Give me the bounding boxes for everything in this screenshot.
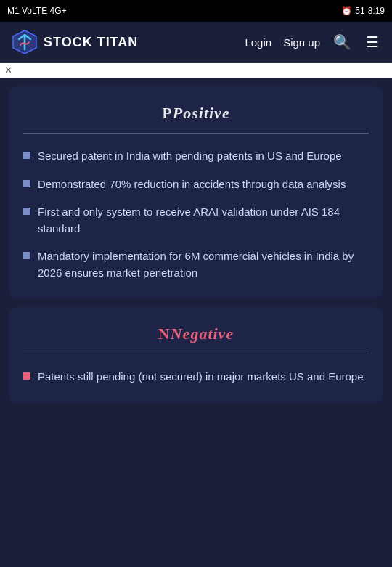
list-item: First and only system to receive ARAI va…	[23, 204, 369, 237]
nav-links: Login Sign up 🔍 ☰	[245, 32, 380, 52]
positive-list: Secured patent in India with pending pat…	[23, 148, 369, 281]
logo-icon	[12, 29, 38, 55]
bullet-text: Mandatory implementation for 6M commerci…	[38, 248, 369, 281]
bullet-icon	[23, 372, 30, 380]
signup-link[interactable]: Sign up	[283, 36, 320, 49]
status-right: ⏰ 51 8:19	[341, 6, 385, 16]
negative-list: Patents still pending (not secured) in m…	[23, 369, 369, 386]
list-item: Mandatory implementation for 6M commerci…	[23, 248, 369, 281]
negative-title: NNegative	[23, 325, 369, 343]
status-bar: M1 VoLTE 4G+ ⏰ 51 8:19	[0, 0, 392, 22]
search-icon[interactable]: 🔍	[332, 32, 353, 52]
content: PPositive Secured patent in India with p…	[0, 78, 392, 412]
bullet-text: Patents still pending (not secured) in m…	[38, 369, 369, 386]
time-display: 8:19	[368, 6, 385, 16]
login-link[interactable]: Login	[245, 36, 271, 49]
bullet-text: Demonstrated 70% reduction in accidents …	[38, 176, 369, 193]
list-item: Demonstrated 70% reduction in accidents …	[23, 176, 369, 193]
positive-card: PPositive Secured patent in India with p…	[9, 86, 383, 298]
list-item: Patents still pending (not secured) in m…	[23, 369, 369, 386]
bullet-icon	[23, 180, 30, 187]
alarm-icon: ⏰	[341, 6, 352, 16]
menu-icon[interactable]: ☰	[364, 32, 380, 52]
battery-indicator: 51	[355, 6, 364, 16]
positive-divider	[23, 133, 369, 134]
logo-area: STOCK TITAN	[12, 29, 236, 55]
carrier-info: M1 VoLTE 4G+	[7, 6, 67, 16]
close-icon[interactable]: ✕	[4, 65, 12, 76]
positive-title: PPositive	[23, 104, 369, 123]
bullet-icon	[23, 208, 30, 215]
status-left: M1 VoLTE 4G+	[7, 6, 67, 16]
logo-text: STOCK TITAN	[44, 35, 138, 50]
list-item: Secured patent in India with pending pat…	[23, 148, 369, 165]
negative-divider	[23, 354, 369, 354]
header: STOCK TITAN Login Sign up 🔍 ☰	[0, 22, 392, 63]
bullet-text: First and only system to receive ARAI va…	[38, 204, 369, 237]
ad-banner: ✕	[0, 63, 392, 78]
bullet-text: Secured patent in India with pending pat…	[38, 148, 369, 165]
bullet-icon	[23, 252, 30, 259]
bullet-icon	[23, 152, 30, 159]
negative-card: NNegative Patents still pending (not sec…	[9, 307, 383, 403]
